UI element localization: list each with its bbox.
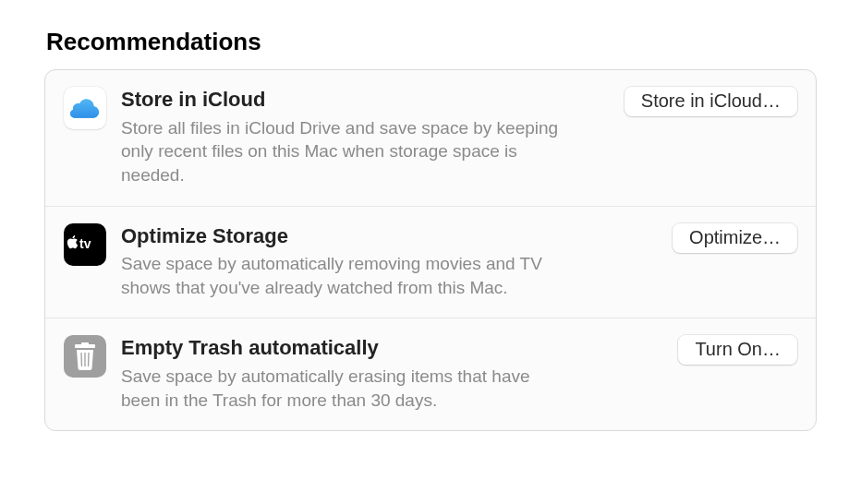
recommendations-panel: Store in iCloud Store all files in iClou… [44, 69, 817, 431]
svg-line-5 [89, 353, 90, 366]
store-in-icloud-button[interactable]: Store in iCloud… [625, 87, 797, 116]
apple-tv-icon: tv [64, 223, 106, 266]
item-description: Store all files in iCloud Drive and save… [121, 116, 574, 187]
section-title: Recommendations [44, 28, 817, 56]
svg-line-3 [81, 353, 82, 366]
icloud-icon [64, 87, 106, 129]
turn-on-button[interactable]: Turn On… [678, 335, 797, 365]
item-title: Optimize Storage [121, 223, 574, 250]
trash-icon [64, 335, 106, 378]
recommendation-row-optimize-storage: tv Optimize Storage Save space by automa… [45, 206, 816, 318]
item-description: Save space by automatically erasing item… [121, 365, 574, 412]
item-title: Store in iCloud [121, 87, 574, 114]
item-title: Empty Trash automatically [121, 335, 574, 362]
item-description: Save space by automatically removing mov… [121, 252, 574, 299]
svg-text:tv: tv [79, 236, 91, 251]
recommendation-row-empty-trash: Empty Trash automatically Save space by … [45, 318, 816, 430]
recommendation-row-store-in-icloud: Store in iCloud Store all files in iClou… [45, 70, 816, 206]
optimize-button[interactable]: Optimize… [673, 223, 797, 253]
svg-rect-2 [75, 344, 95, 348]
